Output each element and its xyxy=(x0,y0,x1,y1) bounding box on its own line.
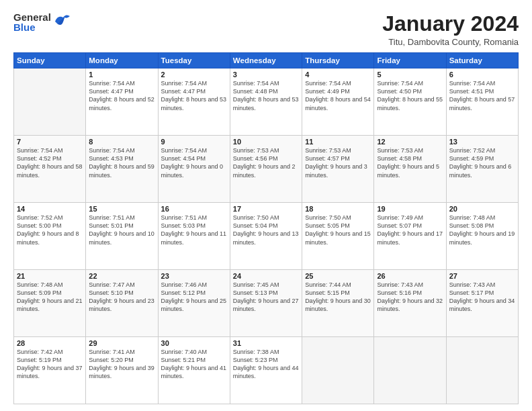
calendar-week-row: 14Sunrise: 7:52 AMSunset: 5:00 PMDayligh… xyxy=(14,203,519,270)
day-info: Sunrise: 7:50 AMSunset: 5:04 PMDaylight:… xyxy=(233,214,299,246)
day-number: 17 xyxy=(233,205,299,213)
day-number: 22 xyxy=(89,272,154,280)
day-number: 20 xyxy=(449,205,515,213)
title-section: January 2024 Titu, Dambovita County, Rom… xyxy=(382,12,519,47)
day-info: Sunrise: 7:54 AMSunset: 4:47 PMDaylight:… xyxy=(89,79,154,112)
day-number: 23 xyxy=(161,272,227,280)
col-sunday: Sunday xyxy=(14,53,86,68)
logo-bird-icon xyxy=(52,12,71,30)
day-info: Sunrise: 7:54 AMSunset: 4:48 PMDaylight:… xyxy=(233,79,299,112)
day-number: 11 xyxy=(305,138,371,146)
day-number: 5 xyxy=(377,71,443,79)
logo: General Blue xyxy=(13,12,71,32)
calendar-day-cell: 5Sunrise: 7:54 AMSunset: 4:50 PMDaylight… xyxy=(374,68,446,136)
day-number: 1 xyxy=(89,71,154,79)
day-info: Sunrise: 7:40 AMSunset: 5:21 PMDaylight:… xyxy=(161,348,227,381)
calendar-day-cell: 13Sunrise: 7:52 AMSunset: 4:59 PMDayligh… xyxy=(446,136,518,203)
calendar-day-cell: 10Sunrise: 7:53 AMSunset: 4:56 PMDayligh… xyxy=(230,136,302,203)
day-number: 28 xyxy=(17,339,83,347)
day-number: 6 xyxy=(449,71,515,79)
calendar-day-cell: 14Sunrise: 7:52 AMSunset: 5:00 PMDayligh… xyxy=(14,203,86,270)
col-friday: Friday xyxy=(374,53,446,68)
calendar-day-cell: 8Sunrise: 7:54 AMSunset: 4:53 PMDaylight… xyxy=(86,136,158,203)
day-info: Sunrise: 7:51 AMSunset: 5:01 PMDaylight:… xyxy=(89,214,154,246)
col-wednesday: Wednesday xyxy=(230,53,302,68)
day-number: 15 xyxy=(89,205,154,213)
calendar-day-cell: 25Sunrise: 7:44 AMSunset: 5:15 PMDayligh… xyxy=(302,270,374,337)
calendar-day-cell: 30Sunrise: 7:40 AMSunset: 5:21 PMDayligh… xyxy=(158,337,230,404)
day-number: 8 xyxy=(89,138,154,146)
col-saturday: Saturday xyxy=(446,53,518,68)
calendar-day-cell: 19Sunrise: 7:49 AMSunset: 5:07 PMDayligh… xyxy=(374,203,446,270)
calendar-week-row: 7Sunrise: 7:54 AMSunset: 4:52 PMDaylight… xyxy=(14,136,519,203)
calendar-day-cell: 26Sunrise: 7:43 AMSunset: 5:16 PMDayligh… xyxy=(374,270,446,337)
day-number: 27 xyxy=(449,272,515,280)
day-number: 4 xyxy=(305,71,371,79)
day-number: 16 xyxy=(161,205,227,213)
calendar-day-cell: 31Sunrise: 7:38 AMSunset: 5:23 PMDayligh… xyxy=(230,337,302,404)
calendar-day-cell xyxy=(14,68,86,136)
day-number: 29 xyxy=(89,339,154,347)
calendar-day-cell: 18Sunrise: 7:50 AMSunset: 5:05 PMDayligh… xyxy=(302,203,374,270)
day-number: 31 xyxy=(233,339,299,347)
calendar-day-cell: 15Sunrise: 7:51 AMSunset: 5:01 PMDayligh… xyxy=(86,203,158,270)
day-info: Sunrise: 7:52 AMSunset: 5:00 PMDaylight:… xyxy=(17,214,83,246)
location: Titu, Dambovita County, Romania xyxy=(382,37,519,47)
calendar-day-cell: 17Sunrise: 7:50 AMSunset: 5:04 PMDayligh… xyxy=(230,203,302,270)
day-info: Sunrise: 7:43 AMSunset: 5:17 PMDaylight:… xyxy=(449,281,515,314)
day-info: Sunrise: 7:51 AMSunset: 5:03 PMDaylight:… xyxy=(161,214,227,246)
calendar-day-cell: 16Sunrise: 7:51 AMSunset: 5:03 PMDayligh… xyxy=(158,203,230,270)
calendar-day-cell: 7Sunrise: 7:54 AMSunset: 4:52 PMDaylight… xyxy=(14,136,86,203)
day-number: 12 xyxy=(377,138,443,146)
day-info: Sunrise: 7:41 AMSunset: 5:20 PMDaylight:… xyxy=(89,348,154,381)
logo-blue: Blue xyxy=(13,22,51,32)
calendar-day-cell: 12Sunrise: 7:53 AMSunset: 4:58 PMDayligh… xyxy=(374,136,446,203)
calendar-day-cell: 27Sunrise: 7:43 AMSunset: 5:17 PMDayligh… xyxy=(446,270,518,337)
day-number: 9 xyxy=(161,138,227,146)
day-number: 26 xyxy=(377,272,443,280)
day-info: Sunrise: 7:45 AMSunset: 5:13 PMDaylight:… xyxy=(233,281,299,314)
calendar-header-row: Sunday Monday Tuesday Wednesday Thursday… xyxy=(14,53,519,68)
calendar-week-row: 21Sunrise: 7:48 AMSunset: 5:09 PMDayligh… xyxy=(14,270,519,337)
calendar-week-row: 1Sunrise: 7:54 AMSunset: 4:47 PMDaylight… xyxy=(14,68,519,136)
day-number: 10 xyxy=(233,138,299,146)
calendar-table: Sunday Monday Tuesday Wednesday Thursday… xyxy=(13,52,519,404)
calendar-day-cell: 24Sunrise: 7:45 AMSunset: 5:13 PMDayligh… xyxy=(230,270,302,337)
calendar-day-cell: 4Sunrise: 7:54 AMSunset: 4:49 PMDaylight… xyxy=(302,68,374,136)
header: General Blue January 2024 Titu, Dambovit… xyxy=(13,12,519,47)
page: General Blue January 2024 Titu, Dambovit… xyxy=(0,0,532,411)
day-info: Sunrise: 7:54 AMSunset: 4:51 PMDaylight:… xyxy=(449,79,515,112)
day-info: Sunrise: 7:54 AMSunset: 4:47 PMDaylight:… xyxy=(161,79,227,112)
day-info: Sunrise: 7:53 AMSunset: 4:58 PMDaylight:… xyxy=(377,146,443,179)
calendar-day-cell xyxy=(302,337,374,404)
day-info: Sunrise: 7:46 AMSunset: 5:12 PMDaylight:… xyxy=(161,281,227,314)
day-number: 13 xyxy=(449,138,515,146)
day-info: Sunrise: 7:54 AMSunset: 4:53 PMDaylight:… xyxy=(89,146,154,179)
col-thursday: Thursday xyxy=(302,53,374,68)
day-info: Sunrise: 7:47 AMSunset: 5:10 PMDaylight:… xyxy=(89,281,154,314)
day-number: 24 xyxy=(233,272,299,280)
day-number: 21 xyxy=(17,272,83,280)
calendar-day-cell: 6Sunrise: 7:54 AMSunset: 4:51 PMDaylight… xyxy=(446,68,518,136)
col-tuesday: Tuesday xyxy=(158,53,230,68)
calendar-day-cell: 29Sunrise: 7:41 AMSunset: 5:20 PMDayligh… xyxy=(86,337,158,404)
day-number: 7 xyxy=(17,138,83,146)
calendar-week-row: 28Sunrise: 7:42 AMSunset: 5:19 PMDayligh… xyxy=(14,337,519,404)
day-info: Sunrise: 7:54 AMSunset: 4:52 PMDaylight:… xyxy=(17,146,83,179)
day-info: Sunrise: 7:53 AMSunset: 4:57 PMDaylight:… xyxy=(305,146,371,179)
calendar-day-cell: 3Sunrise: 7:54 AMSunset: 4:48 PMDaylight… xyxy=(230,68,302,136)
day-number: 14 xyxy=(17,205,83,213)
day-info: Sunrise: 7:44 AMSunset: 5:15 PMDaylight:… xyxy=(305,281,371,314)
calendar-day-cell: 21Sunrise: 7:48 AMSunset: 5:09 PMDayligh… xyxy=(14,270,86,337)
day-info: Sunrise: 7:42 AMSunset: 5:19 PMDaylight:… xyxy=(17,348,83,381)
day-number: 2 xyxy=(161,71,227,79)
day-info: Sunrise: 7:54 AMSunset: 4:50 PMDaylight:… xyxy=(377,79,443,112)
calendar-day-cell: 11Sunrise: 7:53 AMSunset: 4:57 PMDayligh… xyxy=(302,136,374,203)
calendar-day-cell: 28Sunrise: 7:42 AMSunset: 5:19 PMDayligh… xyxy=(14,337,86,404)
day-info: Sunrise: 7:54 AMSunset: 4:54 PMDaylight:… xyxy=(161,146,227,179)
day-number: 18 xyxy=(305,205,371,213)
calendar-day-cell: 23Sunrise: 7:46 AMSunset: 5:12 PMDayligh… xyxy=(158,270,230,337)
logo-content: General Blue xyxy=(13,12,71,32)
calendar-day-cell: 22Sunrise: 7:47 AMSunset: 5:10 PMDayligh… xyxy=(86,270,158,337)
day-number: 25 xyxy=(305,272,371,280)
